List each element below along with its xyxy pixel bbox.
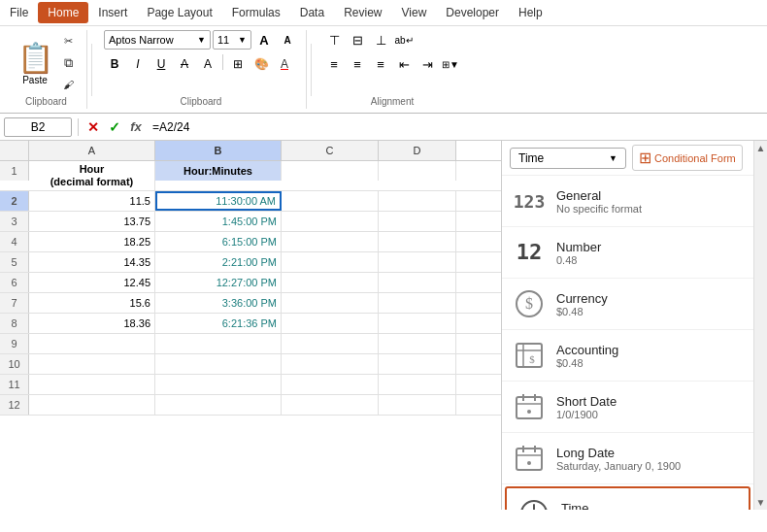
scroll-down-button[interactable]: ▼ [756,497,766,508]
format-item-general[interactable]: 123 General No specific format [502,176,753,227]
cell-b11[interactable] [155,375,282,394]
cell-c5[interactable] [282,252,379,272]
cell-b4[interactable]: 6:15:00 PM [155,232,282,251]
cell-d7[interactable] [379,293,456,313]
col-header-d[interactable]: D [379,141,456,160]
cell-d1[interactable] [379,161,456,181]
menu-data[interactable]: Data [290,2,334,23]
cell-a6[interactable]: 12.45 [29,273,155,292]
font-color-button[interactable]: A [274,54,295,74]
col-header-c[interactable]: C [282,141,379,160]
increase-indent-button[interactable]: ⇥ [417,54,438,74]
font-increase-button[interactable]: A [253,30,275,50]
cell-a2[interactable]: 11.5 [29,191,155,211]
merge-center-button[interactable]: ⊞▼ [440,54,461,74]
menu-page-layout[interactable]: Page Layout [137,2,221,23]
cell-a7[interactable]: 15.6 [29,293,155,313]
format-painter-button[interactable]: 🖌 [58,76,79,93]
cell-d9[interactable] [379,334,456,353]
menu-review[interactable]: Review [334,2,391,23]
align-bottom-button[interactable]: ⊥ [370,30,391,50]
cell-b9[interactable] [155,334,282,353]
cell-c6[interactable] [282,273,379,292]
cell-a12[interactable] [29,395,155,415]
cell-c7[interactable] [282,293,379,313]
font-decrease-button[interactable]: A [277,30,298,50]
decrease-indent-button[interactable]: ⇤ [393,54,415,74]
cell-d6[interactable] [379,273,456,292]
copy-button[interactable]: ⧉ [58,52,79,74]
align-right-button[interactable]: ≡ [370,54,391,74]
cancel-formula-icon[interactable]: ✕ [84,119,102,135]
align-center-button[interactable]: ≡ [347,54,368,74]
align-top-button[interactable]: ⊤ [323,30,345,50]
menu-view[interactable]: View [392,2,437,23]
fill-color-button[interactable]: 🎨 [250,54,272,74]
cell-a10[interactable] [29,354,155,374]
vertical-scrollbar[interactable]: ▲ ▼ [753,141,767,510]
align-left-button[interactable]: ≡ [323,54,345,74]
cell-a11[interactable] [29,375,155,394]
menu-insert[interactable]: Insert [88,2,137,23]
scroll-up-button[interactable]: ▲ [756,143,766,153]
format-item-number[interactable]: 12 Number 0.48 [502,227,753,279]
cell-b2[interactable]: 11:30:00 AM [155,191,282,211]
cell-b7[interactable]: 3:36:00 PM [155,293,282,313]
cell-a8[interactable]: 18.36 [29,314,155,333]
conditional-format-button[interactable]: ⊞ Conditional Form [632,145,743,171]
align-middle-button[interactable]: ⊟ [347,30,368,50]
col-header-a[interactable]: A [29,141,155,160]
cell-a9[interactable] [29,334,155,353]
cell-c11[interactable] [282,375,379,394]
format-item-time[interactable]: Time 11:30:00 AM [505,486,750,510]
cell-b6[interactable]: 12:27:00 PM [155,273,282,292]
bold-button[interactable]: B [104,54,125,74]
format-item-short-date[interactable]: Short Date 1/0/1900 [502,382,753,433]
confirm-formula-icon[interactable]: ✓ [106,119,123,135]
cell-reference-input[interactable] [4,117,72,137]
cell-a4[interactable]: 18.25 [29,232,155,251]
font-size-dropdown[interactable]: 11 ▼ [213,30,251,50]
cell-d10[interactable] [379,354,456,374]
format-type-dropdown[interactable]: Time ▼ [510,148,626,169]
cell-c4[interactable] [282,232,379,251]
cell-d4[interactable] [379,232,456,251]
cell-b8[interactable]: 6:21:36 PM [155,314,282,333]
menu-help[interactable]: Help [509,2,552,23]
insert-function-icon[interactable]: fx [127,119,145,134]
borders-button[interactable]: ⊞ [227,54,249,74]
cell-c1[interactable] [282,161,379,181]
paste-button[interactable]: 📋 Paste [14,37,56,89]
formula-input[interactable] [149,118,763,136]
font-size-inc2[interactable]: A [197,54,218,74]
cell-c3[interactable] [282,212,379,231]
format-item-long-date[interactable]: Long Date Saturday, January 0, 1900 [502,433,753,484]
font-name-dropdown[interactable]: Aptos Narrow ▼ [104,30,211,50]
cell-c12[interactable] [282,395,379,415]
cell-c10[interactable] [282,354,379,374]
col-header-b[interactable]: B [155,141,282,160]
cell-a1[interactable]: Hour(decimal format) [29,161,155,190]
cell-a3[interactable]: 13.75 [29,212,155,231]
wrap-text-button[interactable]: ab↵ [393,30,415,50]
cell-c2[interactable] [282,191,379,211]
italic-button[interactable]: I [127,54,149,74]
cell-b12[interactable] [155,395,282,415]
cell-d12[interactable] [379,395,456,415]
underline-button[interactable]: U [150,54,172,74]
cell-d11[interactable] [379,375,456,394]
cell-c8[interactable] [282,314,379,333]
menu-developer[interactable]: Developer [436,2,509,23]
menu-home[interactable]: Home [38,2,88,23]
format-item-accounting[interactable]: $ Accounting $0.48 [502,330,753,382]
menu-file[interactable]: File [0,2,38,23]
cell-b3[interactable]: 1:45:00 PM [155,212,282,231]
cell-b1[interactable]: Hour:Minutes [155,161,282,181]
cut-button[interactable]: ✂ [58,32,79,50]
cell-d5[interactable] [379,252,456,272]
cell-b10[interactable] [155,354,282,374]
format-item-currency[interactable]: $ Currency $0.48 [502,279,753,330]
cell-a5[interactable]: 14.35 [29,252,155,272]
cell-d2[interactable] [379,191,456,211]
strikethrough-button[interactable]: A [174,54,195,74]
